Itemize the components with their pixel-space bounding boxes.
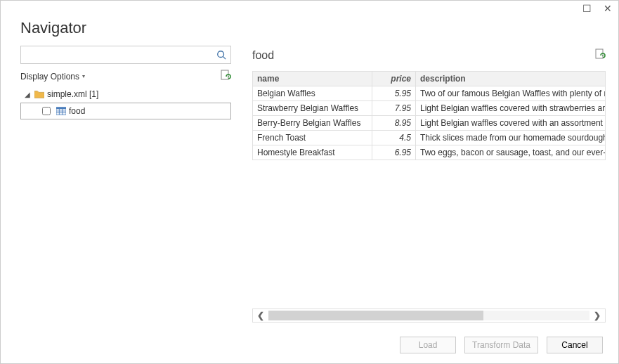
titlebar: ☐ ✕ (1, 1, 618, 16)
navigator-tree-pane: Display Options ▾ ◢ simple.xml [1] (20, 46, 231, 327)
display-options-label: Display Options (20, 72, 79, 82)
cell-description: Thick slices made from our homemade sour… (416, 131, 606, 145)
cell-description: Two of our famous Belgian Waffles with p… (416, 86, 606, 101)
expand-collapse-icon[interactable]: ◢ (25, 91, 32, 98)
footer-button-row: Load Transform Data Cancel (1, 327, 618, 363)
search-input[interactable] (25, 50, 216, 60)
cell-price: 8.95 (372, 116, 416, 131)
cell-price: 5.95 (372, 86, 416, 101)
preview-pane: food name price description Belgia (252, 46, 606, 327)
svg-rect-4 (56, 108, 66, 110)
maximize-icon[interactable]: ☐ (580, 3, 593, 14)
horizontal-scrollbar[interactable]: ❮ ❯ (252, 308, 606, 323)
table-row[interactable]: French Toast4.5Thick slices made from ou… (253, 131, 606, 145)
close-icon[interactable]: ✕ (601, 3, 614, 14)
cell-name: Homestyle Breakfast (253, 145, 372, 160)
scroll-left-button[interactable]: ❮ (253, 309, 268, 322)
scroll-right-button[interactable]: ❯ (589, 309, 605, 322)
table-header-row: name price description (253, 72, 606, 86)
content-area: Display Options ▾ ◢ simple.xml [1] (1, 46, 618, 327)
cell-price: 4.5 (372, 131, 416, 145)
load-button[interactable]: Load (400, 337, 456, 353)
title-row: Navigator (1, 16, 618, 46)
cell-description: Light Belgian waffles covered with an as… (416, 116, 606, 131)
tree-child-label: food (69, 106, 85, 116)
table-row[interactable]: Strawberry Belgian Waffles7.95Light Belg… (253, 101, 606, 116)
column-header-name[interactable]: name (253, 72, 372, 86)
column-header-price[interactable]: price (372, 72, 416, 86)
svg-line-1 (223, 57, 226, 60)
tree-item-checkbox[interactable] (42, 107, 51, 115)
table-row[interactable]: Homestyle Breakfast6.95Two eggs, bacon o… (253, 145, 606, 160)
search-box[interactable] (20, 46, 231, 64)
chevron-down-icon: ▾ (82, 73, 85, 79)
scroll-track[interactable] (268, 311, 589, 320)
transform-data-button[interactable]: Transform Data (464, 337, 538, 353)
table-row[interactable]: Berry-Berry Belgian Waffles8.95Light Bel… (253, 116, 606, 131)
preview-table: name price description Belgian Waffles5.… (252, 71, 606, 160)
cell-name: Strawberry Belgian Waffles (253, 101, 372, 116)
tree-child-item[interactable]: food (20, 103, 231, 119)
navigator-window: ☐ ✕ Navigator Display Options ▾ (0, 0, 619, 364)
cell-description: Light Belgian waffles covered with straw… (416, 101, 606, 116)
table-icon (56, 107, 66, 115)
page-title: Navigator (20, 19, 599, 37)
refresh-icon[interactable] (220, 70, 231, 83)
folder-icon (34, 90, 44, 98)
preview-table-container: name price description Belgian Waffles5.… (252, 65, 606, 160)
tree-root-item[interactable]: ◢ simple.xml [1] (20, 86, 231, 103)
display-options-button[interactable]: Display Options ▾ (20, 72, 85, 82)
cell-price: 6.95 (372, 145, 416, 160)
svg-point-0 (218, 51, 224, 58)
tree: ◢ simple.xml [1] (20, 86, 231, 119)
cell-name: Berry-Berry Belgian Waffles (253, 116, 372, 131)
preview-header: food (252, 46, 606, 65)
cell-name: Belgian Waffles (253, 86, 372, 101)
preview-refresh-icon[interactable] (594, 48, 606, 63)
cell-description: Two eggs, bacon or sausage, toast, and o… (416, 145, 606, 160)
column-header-description[interactable]: description (416, 72, 606, 86)
cell-price: 7.95 (372, 101, 416, 116)
search-icon[interactable] (216, 50, 226, 60)
display-options-row: Display Options ▾ (20, 70, 231, 83)
tree-root-label: simple.xml [1] (47, 89, 98, 99)
cell-name: French Toast (253, 131, 372, 145)
scroll-thumb[interactable] (268, 311, 483, 320)
preview-title: food (252, 49, 274, 62)
cancel-button[interactable]: Cancel (547, 337, 603, 353)
table-row[interactable]: Belgian Waffles5.95Two of our famous Bel… (253, 86, 606, 101)
